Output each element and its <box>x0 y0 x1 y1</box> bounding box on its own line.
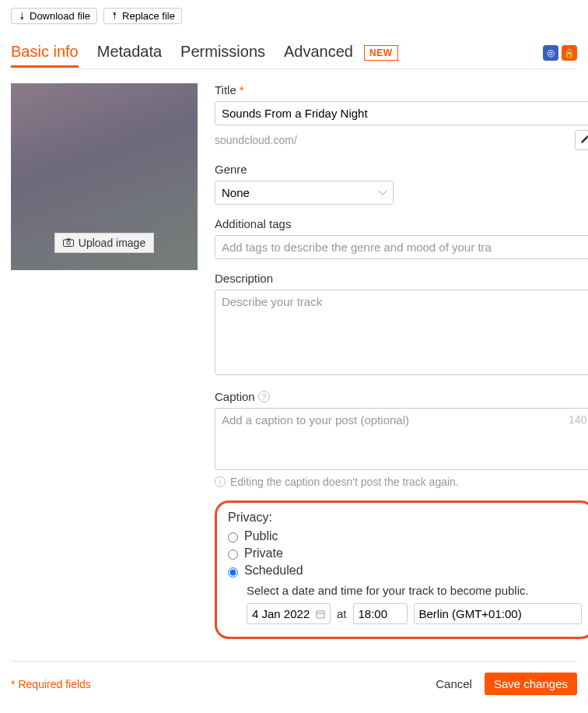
schedule-date-input[interactable] <box>247 603 331 624</box>
tab-permissions[interactable]: Permissions <box>180 38 265 68</box>
svg-rect-0 <box>63 240 73 247</box>
download-label: Download file <box>30 10 90 22</box>
permalink-prefix: soundcloud.com/ <box>215 134 297 146</box>
tags-label: Additional tags <box>215 217 588 230</box>
privacy-section: Privacy: Public Private Scheduled Select… <box>215 501 588 639</box>
caption-count: 140 <box>569 413 586 426</box>
genre-label: Genre <box>215 163 588 176</box>
privacy-scheduled-radio[interactable] <box>228 567 238 578</box>
download-icon: ⭳ <box>18 12 26 20</box>
scheduled-hint: Select a date and time for your track to… <box>247 584 529 597</box>
privacy-scheduled-option[interactable]: Scheduled Select a date and time for you… <box>228 564 582 597</box>
caption-textarea[interactable] <box>215 408 588 470</box>
privacy-label: Privacy: <box>228 511 582 525</box>
tab-advanced[interactable]: Advanced <box>284 38 353 68</box>
quality-badge-icon[interactable]: ◎ <box>543 45 558 61</box>
tags-input[interactable] <box>215 235 588 259</box>
camera-icon <box>63 237 74 249</box>
title-input[interactable] <box>215 101 588 125</box>
privacy-private-option[interactable]: Private <box>228 546 582 560</box>
download-file-button[interactable]: ⭳ Download file <box>11 8 97 24</box>
tabs: Basic info Metadata Permissions Advanced… <box>11 38 577 69</box>
replace-label: Replace file <box>122 10 175 22</box>
caption-label: Caption ? <box>215 390 588 403</box>
save-changes-button[interactable]: Save changes <box>485 673 577 695</box>
title-label: Title* <box>215 83 588 97</box>
upload-icon: ⭱ <box>110 12 119 20</box>
cancel-button[interactable]: Cancel <box>436 677 472 690</box>
privacy-public-radio[interactable] <box>228 532 238 543</box>
required-fields-note: *Required fields <box>11 678 91 690</box>
info-icon: i <box>215 476 226 487</box>
help-icon[interactable]: ? <box>258 391 270 402</box>
privacy-private-radio[interactable] <box>228 550 238 560</box>
tab-basic-info[interactable]: Basic info <box>11 38 79 68</box>
caption-hint: i Editing the caption doesn't post the t… <box>215 476 588 488</box>
edit-permalink-button[interactable] <box>575 130 588 150</box>
description-label: Description <box>215 272 588 285</box>
upload-image-button[interactable]: Upload image <box>54 233 154 253</box>
lock-icon[interactable]: 🔒 <box>562 45 577 61</box>
svg-rect-2 <box>66 239 70 241</box>
track-artwork: Upload image <box>11 83 198 270</box>
description-textarea[interactable] <box>215 290 588 375</box>
svg-point-1 <box>67 241 70 244</box>
replace-file-button[interactable]: ⭱ Replace file <box>103 8 182 24</box>
genre-select[interactable]: None <box>215 181 394 205</box>
new-badge: NEW <box>364 45 398 61</box>
tab-metadata[interactable]: Metadata <box>97 38 162 68</box>
schedule-timezone-input[interactable] <box>414 603 582 624</box>
privacy-public-option[interactable]: Public <box>228 529 582 543</box>
pencil-icon <box>580 134 588 146</box>
schedule-time-input[interactable] <box>353 603 408 624</box>
at-label: at <box>337 607 347 620</box>
upload-image-label: Upload image <box>79 237 145 249</box>
